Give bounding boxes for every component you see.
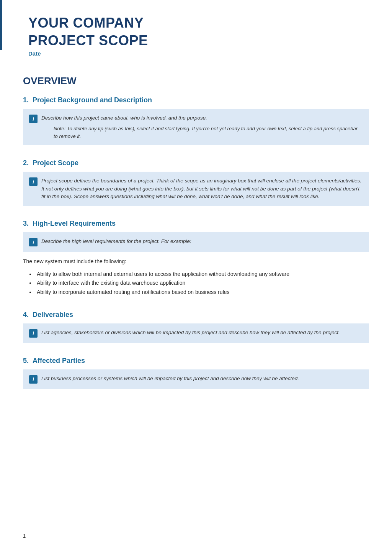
section-4-title: Deliverables (33, 311, 73, 319)
section-1-title: Project Background and Description (33, 96, 152, 104)
section-2-info-icon: i (29, 177, 38, 186)
section-4-info-text: List agencies, stakeholders or divisions… (41, 329, 340, 336)
section-5-info-icon: i (29, 375, 38, 384)
section-3-bullet-list: Ability to allow both internal and exter… (23, 270, 369, 297)
section-1-info-box: i Describe how this project came about, … (23, 109, 369, 145)
section-2-info-text: Project scope defines the boundaries of … (41, 177, 363, 200)
section-3-number: 3. (23, 220, 29, 228)
section-4-number: 4. (23, 311, 29, 319)
section-3-info-box: i Describe the high level requirements f… (23, 232, 369, 252)
section-1-number: 1. (23, 96, 29, 104)
bullet-item-3: Ability to incorporate automated routing… (35, 288, 369, 297)
section-3: 3. High-Level Requirements i Describe th… (23, 220, 369, 297)
section-5-info-box: i List business processes or systems whi… (23, 369, 369, 389)
section-2: 2. Project Scope i Project scope defines… (23, 159, 369, 206)
section-5-info-text: List business processes or systems which… (41, 375, 299, 382)
section-4: 4. Deliverables i List agencies, stakeho… (23, 311, 369, 343)
section-1-info-icon: i (29, 115, 38, 123)
section-3-heading: 3. High-Level Requirements (23, 220, 369, 228)
section-3-title: High-Level Requirements (33, 220, 116, 228)
header-accent-bar (0, 0, 2, 50)
section-2-title: Project Scope (33, 159, 78, 167)
bullet-item-1: Ability to allow both internal and exter… (35, 270, 369, 279)
bullet-item-2: Ability to interface with the existing d… (35, 279, 369, 288)
section-5: 5. Affected Parties i List business proc… (23, 357, 369, 389)
section-2-heading: 2. Project Scope (23, 159, 369, 167)
section-5-title: Affected Parties (33, 357, 85, 365)
section-3-body-text: The new system must include the followin… (23, 257, 369, 266)
section-4-info-icon: i (29, 329, 38, 338)
date-label: Date (28, 50, 369, 57)
section-5-heading: 5. Affected Parties (23, 357, 369, 365)
section-2-info-box: i Project scope defines the boundaries o… (23, 172, 369, 206)
section-5-number: 5. (23, 357, 29, 365)
section-1-note-text: Note: To delete any tip (such as this), … (41, 125, 363, 140)
section-3-info-icon: i (29, 238, 38, 246)
section-4-info-box: i List agencies, stakeholders or divisio… (23, 323, 369, 343)
overview-title: OVERVIEW (23, 75, 369, 87)
company-title-line2: PROJECT SCOPE (28, 33, 369, 48)
section-2-number: 2. (23, 159, 29, 167)
company-title-line1: YOUR COMPANY (28, 15, 369, 31)
section-4-heading: 4. Deliverables (23, 311, 369, 319)
section-1-heading: 1. Project Background and Description (23, 96, 369, 104)
section-3-info-text: Describe the high level requirements for… (41, 238, 191, 245)
section-1: 1. Project Background and Description i … (23, 96, 369, 145)
page-container: YOUR COMPANY PROJECT SCOPE Date OVERVIEW… (0, 0, 392, 548)
page-number: 1 (23, 533, 26, 539)
section-1-info-text: Describe how this project came about, wh… (41, 114, 363, 122)
